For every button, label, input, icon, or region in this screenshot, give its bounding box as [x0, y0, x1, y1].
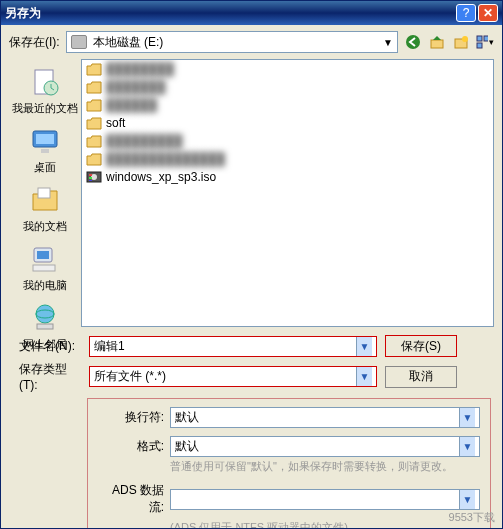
file-name: ████████: [106, 62, 174, 76]
file-item[interactable]: soft: [82, 114, 493, 132]
toolbar: 保存在(I): 本地磁盘 (E:) ▼ ▾: [1, 25, 502, 59]
folder-icon: [86, 98, 102, 112]
file-name: ██████████████: [106, 152, 225, 166]
filename-row-group: 文件名(N): 编辑1▼ 保存(S) 保存类型(T): 所有文件 (*.*)▼ …: [1, 327, 502, 392]
save-button[interactable]: 保存(S): [385, 335, 457, 357]
svg-rect-6: [477, 43, 482, 48]
folder-icon: [86, 62, 102, 76]
cancel-button[interactable]: 取消: [385, 366, 457, 388]
linebreak-dropdown[interactable]: 默认▼: [170, 407, 480, 428]
chevron-down-icon: ▼: [383, 37, 393, 48]
chevron-down-icon: ▼: [356, 367, 372, 386]
window-title: 另存为: [5, 5, 454, 22]
recent-documents-icon: [28, 65, 62, 99]
file-name: ███████: [106, 80, 166, 94]
format-dropdown[interactable]: 默认▼: [170, 436, 480, 457]
svg-rect-5: [484, 36, 488, 41]
file-item[interactable]: windows_xp_sp3.iso: [82, 168, 493, 186]
svg-rect-11: [41, 149, 49, 153]
sidebar-item-mydocs[interactable]: 我的文档: [23, 183, 67, 234]
nav-icons: ▾: [404, 33, 494, 51]
svg-rect-10: [36, 134, 54, 144]
format-label: 格式:: [98, 438, 164, 455]
svg-rect-23: [89, 180, 92, 181]
back-icon[interactable]: [404, 33, 422, 51]
chevron-down-icon: ▼: [459, 490, 475, 509]
location-dropdown[interactable]: 本地磁盘 (E:) ▼: [66, 31, 398, 53]
places-bar: 我最近的文档 桌面 我的文档 我的电脑 网上邻居: [9, 59, 81, 327]
file-name: █████████: [106, 134, 183, 148]
view-menu-icon[interactable]: ▾: [476, 33, 494, 51]
sidebar-item-mycomputer[interactable]: 我的电脑: [23, 242, 67, 293]
filename-label: 文件名(N):: [19, 338, 81, 355]
my-computer-icon: [28, 242, 62, 276]
file-item[interactable]: █████████: [82, 132, 493, 150]
file-list[interactable]: █████████████████████soft███████████████…: [81, 59, 494, 327]
main-area: 我最近的文档 桌面 我的文档 我的电脑 网上邻居 ███████████████…: [1, 59, 502, 327]
svg-rect-1: [431, 40, 443, 48]
drive-icon: [71, 35, 87, 49]
ads-hint: (ADS 仅用于 NTFS 驱动器中的文件): [170, 520, 480, 529]
filetype-dropdown[interactable]: 所有文件 (*.*)▼: [89, 366, 377, 387]
folder-icon: [86, 152, 102, 166]
svg-rect-18: [37, 324, 53, 329]
folder-icon: [86, 134, 102, 148]
help-button[interactable]: ?: [456, 4, 476, 22]
linebreak-label: 换行符:: [98, 409, 164, 426]
chevron-down-icon: ▼: [356, 337, 372, 356]
file-name: soft: [106, 116, 125, 130]
filename-input[interactable]: 编辑1▼: [89, 336, 377, 357]
new-folder-icon[interactable]: [452, 33, 470, 51]
close-button[interactable]: ✕: [478, 4, 498, 22]
desktop-icon: [28, 124, 62, 158]
file-name: windows_xp_sp3.iso: [106, 170, 216, 184]
sidebar-item-recent[interactable]: 我最近的文档: [12, 65, 78, 116]
file-item[interactable]: ██████: [82, 96, 493, 114]
sidebar-item-desktop[interactable]: 桌面: [28, 124, 62, 175]
network-icon: [28, 301, 62, 335]
svg-point-16: [36, 305, 54, 323]
my-documents-icon: [28, 183, 62, 217]
svg-point-0: [406, 35, 420, 49]
file-item[interactable]: ███████: [82, 78, 493, 96]
titlebar: 另存为 ? ✕: [1, 1, 502, 25]
file-item[interactable]: ██████████████: [82, 150, 493, 168]
svg-rect-14: [37, 251, 49, 259]
folder-icon: [86, 116, 102, 130]
ads-dropdown[interactable]: ▼: [170, 489, 480, 510]
svg-rect-22: [89, 177, 92, 179]
svg-rect-12: [38, 188, 50, 198]
folder-icon: [86, 80, 102, 94]
svg-rect-21: [89, 174, 92, 176]
location-text: 本地磁盘 (E:): [93, 34, 164, 51]
chevron-down-icon: ▼: [459, 437, 475, 456]
iso-file-icon: [86, 170, 102, 184]
svg-rect-4: [477, 36, 482, 41]
svg-rect-15: [33, 265, 55, 271]
file-name: ██████: [106, 98, 157, 112]
extra-options-panel: 换行符: 默认▼ 格式: 默认▼ 普通使用可保留"默认"，如果保存时需要转换，则…: [87, 398, 491, 529]
format-hint: 普通使用可保留"默认"，如果保存时需要转换，则请更改。: [170, 459, 459, 474]
watermark: 9553下载: [449, 510, 495, 525]
svg-point-3: [462, 36, 468, 42]
file-item[interactable]: ████████: [82, 60, 493, 78]
up-one-level-icon[interactable]: [428, 33, 446, 51]
chevron-down-icon: ▼: [459, 408, 475, 427]
save-in-label: 保存在(I):: [9, 34, 60, 51]
filetype-label: 保存类型(T):: [19, 361, 81, 392]
ads-label: ADS 数据流:: [98, 482, 164, 516]
